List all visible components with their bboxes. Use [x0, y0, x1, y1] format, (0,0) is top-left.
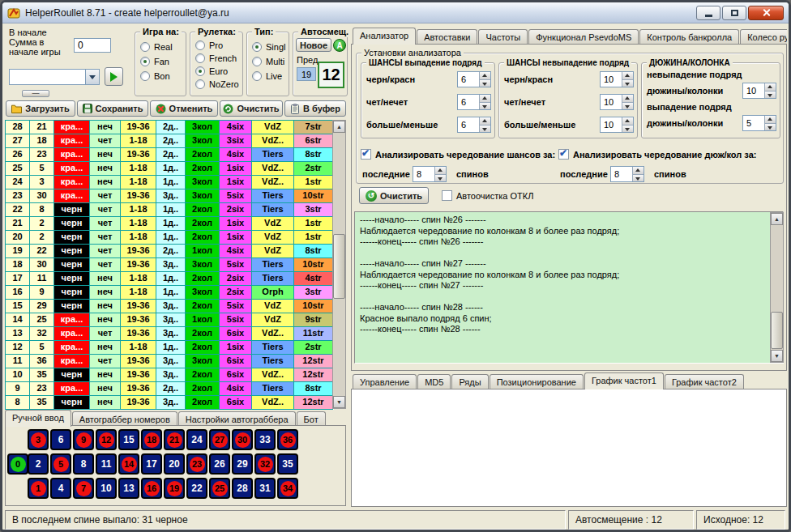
spinner-down-icon[interactable] — [480, 103, 490, 110]
spinner-up-icon[interactable] — [622, 95, 633, 103]
table-row[interactable]: 212чернчет1-181д..2кол1sixVdZ1str — [6, 217, 334, 231]
number-cell-10[interactable]: 10 — [96, 478, 117, 499]
сохранить-button[interactable]: Сохранить — [77, 100, 148, 117]
radio-game-fan[interactable]: Fan — [140, 55, 173, 67]
analyze-dozens-checkbox[interactable]: Анализировать чередование дюж/кол за: — [558, 149, 756, 160]
number-cell-25[interactable]: 25 — [209, 478, 230, 499]
number-cell-18[interactable]: 18 — [141, 429, 162, 450]
number-cell-21[interactable]: 21 — [164, 429, 185, 450]
scrollbar-thumb[interactable] — [333, 234, 345, 299]
number-cell-35[interactable]: 35 — [277, 453, 298, 475]
number-cell-6[interactable]: 6 — [50, 429, 71, 450]
table-row[interactable]: 169черннеч1-181д..3кол2sixOrph3str — [6, 286, 334, 300]
minimize-button[interactable] — [696, 6, 720, 20]
setting-spinner[interactable]: 10 — [600, 71, 634, 87]
number-cell-28[interactable]: 28 — [232, 478, 253, 499]
загрузить-button[interactable]: Загрузить — [6, 100, 75, 117]
spinner[interactable]: 8 — [610, 166, 644, 182]
table-row[interactable]: 2718кра...чет1-182д..3кол3sixVdZ..6str — [6, 134, 334, 148]
table-row[interactable]: 255кра...неч1-181д..2кол1sixVdZ..2str — [6, 162, 334, 176]
number-cell-13[interactable]: 13 — [118, 478, 139, 499]
setting-spinner[interactable]: 6 — [457, 71, 491, 87]
spinner-down-icon[interactable] — [480, 80, 490, 87]
table-row[interactable]: 923кра...неч19-362д..2кол4sixTiers8str — [6, 382, 334, 396]
spinner-down-icon[interactable] — [435, 175, 446, 182]
number-cell-22[interactable]: 22 — [186, 478, 207, 499]
radio-roulette-euro[interactable]: Euro — [195, 65, 239, 77]
table-row[interactable]: 1922чернчет19-362д..1кол4sixVdZ8str — [6, 245, 334, 258]
spinner-up-icon[interactable] — [435, 167, 446, 175]
radio-roulette-pro[interactable]: Pro — [195, 39, 239, 51]
spinner-up-icon[interactable] — [480, 95, 490, 103]
number-cell-4[interactable]: 4 — [50, 478, 71, 499]
table-row[interactable]: 1136кра...чет19-363д..3кол6sixTiers12str — [6, 355, 334, 368]
spinner-down-icon[interactable] — [765, 92, 776, 99]
tab-md5[interactable]: MD5 — [417, 374, 451, 389]
spinner-up-icon[interactable] — [622, 72, 633, 80]
number-cell-36[interactable]: 36 — [277, 429, 298, 450]
number-cell-29[interactable]: 29 — [232, 453, 253, 475]
number-cell-1[interactable]: 1 — [28, 478, 49, 499]
table-row[interactable]: 1035черннеч19-363д..2кол6sixVdZ..12str — [6, 368, 334, 382]
number-cell-9[interactable]: 9 — [73, 429, 94, 450]
tab-контроль-банкролла[interactable]: Контроль банкролла — [639, 29, 739, 45]
number-cell-2[interactable]: 2 — [28, 453, 49, 475]
tab-функционал-psevdoms[interactable]: Функционал PsevdoMS — [528, 29, 639, 45]
number-cell-8[interactable]: 8 — [73, 453, 94, 475]
number-cell-24[interactable]: 24 — [186, 429, 207, 450]
tab-управление[interactable]: Управление — [353, 374, 417, 389]
table-row[interactable]: 1830чернчет19-363д..3кол5sixTiers10str — [6, 258, 334, 272]
number-cell-0[interactable]: 0 — [7, 453, 28, 475]
setting-spinner[interactable]: 10 — [600, 94, 634, 110]
number-cell-32[interactable]: 32 — [254, 453, 276, 475]
log-scrollbar[interactable]: ▲ ▼ — [770, 212, 784, 363]
setting-spinner[interactable]: 10 — [600, 117, 634, 133]
scrollbar-thumb[interactable] — [771, 312, 783, 349]
number-cell-17[interactable]: 17 — [141, 453, 162, 475]
spinner-down-icon[interactable] — [622, 80, 633, 87]
number-cell-27[interactable]: 27 — [209, 429, 230, 450]
radio-type-multi[interactable]: Multi — [252, 55, 285, 67]
spinner-up-icon[interactable] — [622, 117, 633, 126]
spinner-down-icon[interactable] — [633, 175, 643, 182]
history-combobox[interactable] — [9, 69, 100, 85]
minus-button[interactable]: — — [22, 90, 49, 97]
table-row[interactable]: 125кра...неч1-181д..2кол1sixTiers2str — [6, 341, 334, 355]
autoshift-badge[interactable]: A — [333, 39, 346, 52]
analyze-chances-checkbox[interactable]: Анализировать чередование шансов за: — [361, 149, 555, 160]
number-cell-7[interactable]: 7 — [73, 478, 94, 499]
setting-spinner[interactable]: 5 — [742, 115, 776, 131]
scroll-up-icon[interactable]: ▲ — [333, 121, 345, 133]
table-row[interactable]: 2623кра...неч19-362д..2кол4sixTiers8str — [6, 148, 334, 162]
number-cell-23[interactable]: 23 — [186, 453, 207, 475]
spinner-up-icon[interactable] — [480, 117, 490, 126]
spinner-up-icon[interactable] — [765, 83, 776, 92]
tab-ручной-ввод[interactable]: Ручной ввод — [5, 410, 71, 427]
number-cell-33[interactable]: 33 — [254, 429, 276, 450]
table-row[interactable]: 1425кра...неч19-363д..1кол5sixVdZ9str — [6, 313, 334, 327]
number-cell-15[interactable]: 15 — [118, 429, 139, 450]
setting-spinner[interactable]: 6 — [457, 117, 491, 133]
table-row[interactable]: 1332кра...чет19-363д..2кол6sixVdZ..11str — [6, 327, 334, 341]
close-button[interactable] — [748, 6, 784, 20]
table-row[interactable]: 1711черннеч1-181д..2кол2sixTiers4str — [6, 272, 334, 286]
tab-график-частот1[interactable]: График частот1 — [584, 372, 664, 389]
table-row[interactable]: 243кра...неч1-181д..3кол1sixVdZ..1str — [6, 176, 334, 189]
scroll-down-icon[interactable]: ▼ — [333, 396, 345, 408]
spinner-up-icon[interactable] — [633, 167, 643, 175]
tab-ряды[interactable]: Ряды — [451, 374, 488, 389]
number-cell-5[interactable]: 5 — [50, 453, 71, 475]
number-cell-14[interactable]: 14 — [118, 453, 139, 475]
number-cell-19[interactable]: 19 — [164, 478, 185, 499]
table-row[interactable]: 228чернчет1-181д..2кол2sixTiers3str — [6, 203, 334, 217]
table-row[interactable]: 1529черннеч19-363д..2кол5sixVdZ10str — [6, 300, 334, 313]
analyzer-clear-button[interactable]: ↺ Очистить — [359, 187, 429, 204]
spinner[interactable]: 8 — [413, 166, 447, 182]
number-cell-20[interactable]: 20 — [164, 453, 185, 475]
table-row[interactable]: 2821кра...неч19-362д..3кол4sixVdZ7str — [6, 121, 334, 134]
number-cell-11[interactable]: 11 — [96, 453, 117, 475]
tab-автоставки[interactable]: Автоставки — [417, 29, 477, 45]
radio-game-real[interactable]: Real — [140, 40, 173, 53]
spinner-up-icon[interactable] — [765, 116, 776, 124]
spinner-down-icon[interactable] — [765, 124, 776, 131]
